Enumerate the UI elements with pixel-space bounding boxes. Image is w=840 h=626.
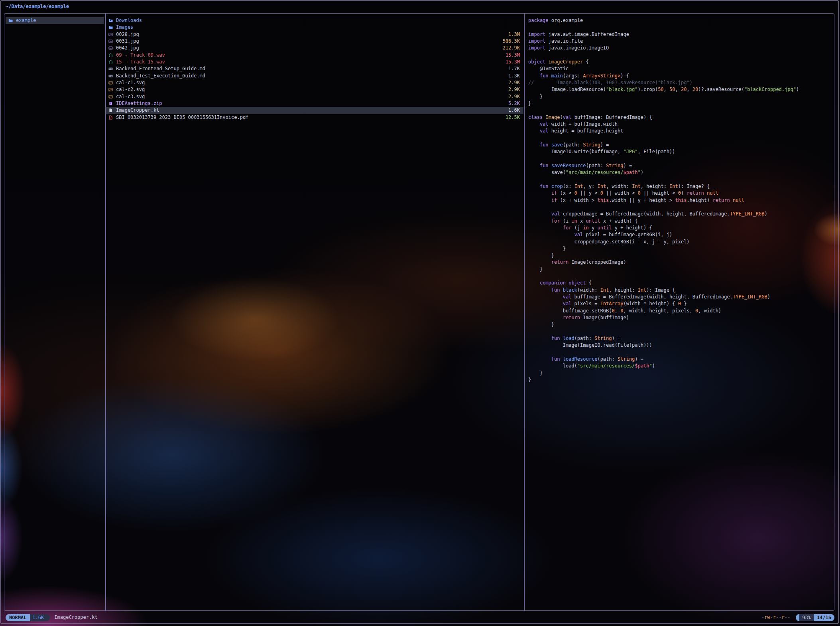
file-row[interactable]: Images — [106, 24, 523, 31]
file-row[interactable]: Backend_Test_Execution_Guide.md1.3K — [106, 73, 523, 79]
image-icon — [108, 87, 114, 92]
code-line: import java.awt.image.BufferedImage — [528, 31, 833, 38]
code-line: for (i in x until x + width) { — [528, 218, 833, 225]
hovered-file-name: ImageCropper.kt — [54, 614, 97, 621]
code-line: buffImage.setRGB(0, 0, width, height, pi… — [528, 308, 833, 314]
file-name: SBI_0032013739_2023_DE05_0003155631Invoi… — [116, 114, 502, 121]
pill-end-cap — [46, 614, 50, 621]
code-line: fun black(width: Int, height: Int): Imag… — [528, 287, 833, 294]
code-line: } — [528, 93, 833, 100]
code-line: return Image(buffImage) — [528, 314, 833, 321]
code-line: fun save(path: String) = — [528, 142, 833, 148]
code-line: object ImageCropper { — [528, 59, 833, 65]
code-line: } — [528, 252, 833, 259]
cwd-path: ~/Data/example/example — [6, 3, 69, 10]
folder-download-icon — [108, 18, 114, 23]
code-line — [528, 135, 833, 142]
file-row[interactable]: 09 - Track 09.wav15.3M — [106, 52, 523, 59]
status-right: -rw-r--r-- 93%14/15 — [761, 614, 834, 621]
file-name: cal-c1.svg — [116, 79, 505, 86]
file-size: 12.5K — [506, 114, 520, 121]
file-name: 0042.jpg — [116, 45, 500, 51]
terminal-screen: ~/Data/example/example example Downloads… — [0, 0, 840, 626]
code-line — [528, 204, 833, 211]
folder-icon — [8, 18, 14, 23]
pdf-icon — [108, 115, 114, 120]
file-size: 15.3M — [506, 59, 520, 65]
code-line: // Image.black(100, 100).saveResource("b… — [528, 79, 833, 86]
file-size: 586.3K — [503, 38, 520, 45]
code-line: companion object { — [528, 280, 833, 286]
file-name: Backend_Test_Execution_Guide.md — [116, 73, 505, 79]
status-left: NORMAL1.6K ImageCropper.kt — [6, 614, 98, 621]
file-size: 2.9K — [508, 86, 520, 93]
code-line — [528, 52, 833, 59]
code-line: } — [528, 377, 833, 383]
code-line — [528, 156, 833, 162]
file-row[interactable]: 0028.jpg1.3M — [106, 31, 523, 38]
file-row[interactable]: ImageCropper.kt1.6K — [106, 107, 523, 114]
file-row[interactable]: cal-c3.svg2.9K — [106, 93, 523, 100]
code-line: import java.io.File — [528, 38, 833, 45]
mode-indicator: NORMAL — [6, 614, 30, 621]
file-size: 1.7K — [508, 65, 520, 72]
file-name: Images — [116, 24, 517, 31]
image-icon — [108, 81, 114, 85]
file-list-pane: DownloadsImages0028.jpg1.3M0031.jpg586.3… — [106, 17, 523, 121]
file-size: 212.9K — [503, 45, 520, 51]
code-line: val buffImage = BufferedImage(width, hei… — [528, 294, 833, 300]
code-line: if (x < 0 || y < 0 || width < 0 || heigh… — [528, 190, 833, 197]
file-row[interactable]: Backend_Frontend_Setup_Guide.md1.7K — [106, 65, 523, 72]
code-line: val pixels = IntArray(width * height) { … — [528, 300, 833, 307]
file-name: 15 - Track 15.wav — [116, 59, 502, 65]
file-size: 15.3M — [506, 52, 520, 59]
code-line — [528, 349, 833, 356]
pill-start-cap — [796, 614, 799, 621]
file-row[interactable]: SBI_0032013739_2023_DE05_0003155631Invoi… — [106, 114, 523, 121]
file-name: 0031.jpg — [116, 38, 500, 45]
file-size: 1.6K — [508, 107, 520, 114]
file-icon — [108, 108, 114, 113]
code-line — [528, 328, 833, 335]
zip-icon — [108, 101, 114, 106]
code-line: val croppedImage = BufferedImage(width, … — [528, 211, 833, 217]
file-row[interactable]: cal-c1.svg2.9K — [106, 79, 523, 86]
file-row[interactable]: 0031.jpg586.3K — [106, 38, 523, 45]
file-permissions: -rw-r--r-- — [761, 614, 790, 621]
folder-icon — [108, 25, 114, 30]
file-name: 0028.jpg — [116, 31, 505, 38]
audio-icon — [108, 60, 114, 65]
file-name: Backend_Frontend_Setup_Guide.md — [116, 65, 505, 72]
file-row[interactable]: IDEAsettings.zip5.2K — [106, 100, 523, 107]
code-line: val height = buffImage.height — [528, 128, 833, 134]
audio-icon — [108, 53, 114, 57]
code-line — [528, 24, 833, 31]
code-line: val pixel = buffImage.getRGB(i, j) — [528, 231, 833, 238]
file-row[interactable]: 15 - Track 15.wav15.3M — [106, 59, 523, 65]
file-row[interactable]: example — [6, 17, 104, 24]
code-line: import javax.imageio.ImageIO — [528, 45, 833, 51]
code-line — [528, 107, 833, 114]
code-line — [528, 176, 833, 183]
code-line: if (x + width > this.width || y + height… — [528, 197, 833, 204]
file-row[interactable]: cal-c2.svg2.9K — [106, 86, 523, 93]
file-name: ImageCropper.kt — [116, 107, 505, 114]
file-size-indicator: 1.6K — [30, 614, 46, 621]
code-line: fun loadResource(path: String) = — [528, 356, 833, 363]
file-row[interactable]: 0042.jpg212.9K — [106, 45, 523, 51]
code-line: val width = buffImage.width — [528, 121, 833, 128]
cursor-position: 14/15 — [814, 614, 834, 621]
file-name: 09 - Track 09.wav — [116, 52, 502, 59]
file-name: example — [16, 17, 100, 24]
code-line: } — [528, 245, 833, 252]
code-preview-pane: package org.example import java.awt.imag… — [528, 17, 833, 383]
code-line: for (j in y until y + height) { — [528, 225, 833, 231]
code-line: } — [528, 266, 833, 273]
code-line: croppedImage.setRGB(i - x, j - y, pixel) — [528, 239, 833, 245]
parent-pane: example — [6, 17, 104, 24]
code-line: package org.example — [528, 17, 833, 24]
code-line: Image.loadResource("black.jpg").crop(50,… — [528, 86, 833, 93]
code-line: class Image(val buffImage: BufferedImage… — [528, 114, 833, 121]
pane-separator-right — [524, 14, 525, 610]
file-row[interactable]: Downloads — [106, 17, 523, 24]
